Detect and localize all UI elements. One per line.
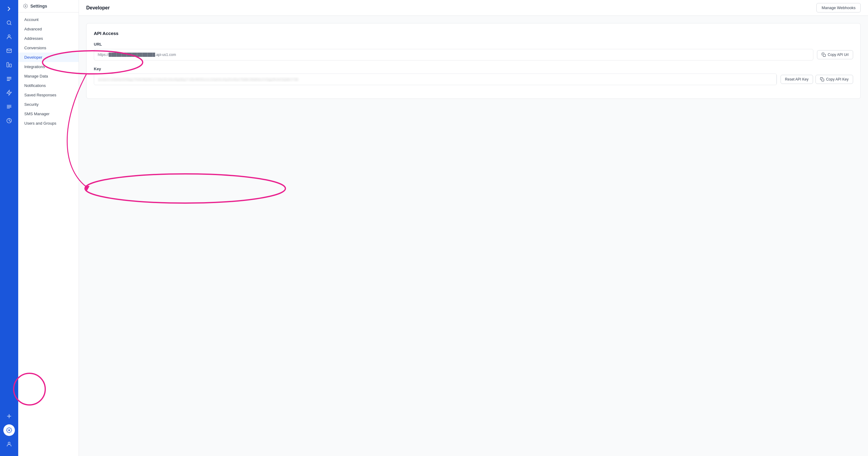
key-field-row: Reset API Key Copy API Key (94, 74, 853, 85)
url-field-row: Copy API Url (94, 49, 853, 60)
nav-icon-search[interactable] (3, 17, 15, 29)
manage-webhooks-button[interactable]: Manage Webhooks (816, 3, 861, 12)
nav-icon-analytics[interactable] (3, 115, 15, 126)
nav-icon-lists[interactable] (3, 101, 15, 112)
nav-icon-add[interactable] (3, 410, 15, 422)
icon-nav-bar (0, 0, 18, 456)
svg-rect-7 (7, 80, 10, 81)
url-label: URL (94, 42, 853, 47)
sidebar-item-users-and-groups[interactable]: Users and Groups (18, 119, 79, 128)
key-divider (776, 74, 777, 85)
svg-point-0 (7, 21, 11, 24)
url-input[interactable] (94, 49, 813, 60)
sidebar-item-sms-manager[interactable]: SMS Manager (18, 109, 79, 119)
nav-icon-arrow[interactable] (3, 3, 15, 15)
main-content: Developer Manage Webhooks API Access URL… (79, 0, 868, 456)
sidebar-item-security[interactable]: Security (18, 100, 79, 109)
svg-rect-11 (822, 79, 824, 81)
sidebar-item-addresses[interactable]: Addresses (18, 34, 79, 43)
copy-api-url-button[interactable]: Copy API Url (817, 50, 853, 59)
icon-nav-top (3, 3, 15, 410)
sidebar-item-saved-responses[interactable]: Saved Responses (18, 90, 79, 100)
copy-key-icon (820, 77, 824, 82)
svg-point-9 (8, 442, 10, 444)
settings-sidebar: Settings Account Advanced Addresses Conv… (18, 0, 79, 456)
copy-icon (822, 53, 826, 57)
api-access-title: API Access (94, 31, 853, 36)
nav-icon-settings[interactable] (3, 424, 15, 436)
svg-rect-6 (7, 79, 11, 79)
api-access-card: API Access URL Copy API Url Key (86, 23, 861, 99)
nav-icon-automations[interactable] (3, 87, 15, 98)
top-header: Developer Manage Webhooks (79, 0, 868, 16)
key-input-wrapper (94, 74, 777, 85)
svg-rect-4 (10, 64, 11, 67)
key-input[interactable] (94, 75, 776, 84)
nav-icon-email[interactable] (3, 45, 15, 57)
copy-api-key-button[interactable]: Copy API Key (815, 75, 853, 84)
nav-icon-contact[interactable] (3, 31, 15, 42)
settings-sidebar-header: Settings (18, 0, 79, 12)
reset-api-key-button[interactable]: Reset API Key (781, 75, 813, 84)
page-title: Developer (86, 5, 110, 11)
nav-icon-reports[interactable] (3, 59, 15, 70)
sidebar-item-integrations[interactable]: Integrations (18, 62, 79, 72)
settings-title: Settings (30, 4, 47, 8)
sidebar-item-account[interactable]: Account (18, 15, 79, 24)
icon-nav-bottom (3, 410, 15, 453)
content-area: API Access URL Copy API Url Key (79, 16, 868, 456)
key-field-group: Key Reset API Key Copy API Key (94, 66, 853, 85)
sidebar-item-manage-data[interactable]: Manage Data (18, 72, 79, 81)
settings-nav: Account Advanced Addresses Conversions D… (18, 12, 79, 131)
svg-point-1 (8, 35, 10, 37)
nav-icon-campaigns[interactable] (3, 73, 15, 85)
key-label: Key (94, 66, 853, 71)
key-actions: Reset API Key Copy API Key (781, 75, 853, 84)
sidebar-item-conversions[interactable]: Conversions (18, 43, 79, 53)
sidebar-item-developer[interactable]: Developer (18, 53, 79, 62)
sidebar-item-notifications[interactable]: Notifications (18, 81, 79, 90)
url-field-group: URL Copy API Url (94, 42, 853, 60)
svg-rect-10 (824, 54, 826, 57)
svg-rect-3 (7, 63, 9, 67)
svg-rect-5 (7, 77, 11, 78)
sidebar-item-advanced[interactable]: Advanced (18, 24, 79, 34)
nav-icon-user-profile[interactable] (3, 438, 15, 450)
